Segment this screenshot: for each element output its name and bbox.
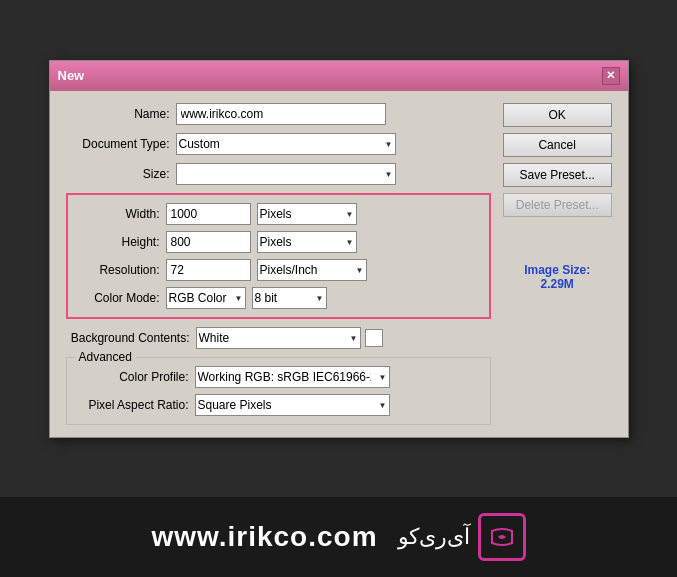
doctype-label: Document Type:: [66, 137, 176, 151]
logo-svg: [488, 523, 516, 551]
background-label: Background Contents:: [66, 331, 196, 345]
advanced-legend: Advanced: [75, 350, 136, 364]
bitdepth-select[interactable]: 8 bit 16 bit 32 bit: [252, 287, 327, 309]
resolution-input[interactable]: [166, 259, 251, 281]
background-select[interactable]: White Background Color Transparent: [196, 327, 361, 349]
dialog-left: Name: Document Type: Custom Default Phot…: [66, 103, 491, 425]
image-size-box: Image Size: 2.29M: [503, 263, 612, 291]
resolution-label: Resolution:: [76, 263, 166, 277]
resolution-unit-select[interactable]: Pixels/Inch Pixels/cm: [257, 259, 367, 281]
colormode-row: Color Mode: Bitmap Grayscale RGB Color C…: [76, 287, 481, 309]
size-row: Size:: [66, 163, 491, 185]
logo-icon: [478, 513, 526, 561]
resolution-row: Resolution: Pixels/Inch Pixels/cm: [76, 259, 481, 281]
dialog-content: Name: Document Type: Custom Default Phot…: [66, 103, 612, 425]
watermark-logo: آی‌ری‌کو: [398, 513, 526, 561]
background-color-swatch[interactable]: [365, 329, 383, 347]
width-unit-select[interactable]: Pixels Inches cm: [257, 203, 357, 225]
profile-row: Color Profile: Working RGB: sRGB IEC6196…: [75, 366, 482, 388]
height-input[interactable]: [166, 231, 251, 253]
watermark-url: www.irikco.com: [151, 521, 377, 553]
aspect-select[interactable]: Square Pixels D1/DV NTSC (0.91) D1/DV PA…: [195, 394, 390, 416]
bitdepth-select-wrapper: 8 bit 16 bit 32 bit: [252, 287, 327, 309]
colormode-select-wrapper: Bitmap Grayscale RGB Color CMYK Color La…: [166, 287, 246, 309]
aspect-label: Pixel Aspect Ratio:: [75, 398, 195, 412]
background-row: Background Contents: White Background Co…: [66, 327, 491, 349]
dialog-title: New: [58, 68, 85, 83]
dialog-body: Name: Document Type: Custom Default Phot…: [50, 91, 628, 437]
image-size-value: 2.29M: [503, 277, 612, 291]
name-label: Name:: [66, 107, 176, 121]
dialog-overlay: New ✕ Name: Document Type:: [0, 0, 677, 497]
height-row: Height: Pixels Inches cm: [76, 231, 481, 253]
advanced-section: Advanced Color Profile: Working RGB: sRG…: [66, 357, 491, 425]
dialog-titlebar: New ✕: [50, 61, 628, 91]
colormode-label: Color Mode:: [76, 291, 166, 305]
doctype-row: Document Type: Custom Default Photoshop …: [66, 133, 491, 155]
logo-arabic-text: آی‌ری‌کو: [398, 524, 470, 550]
new-document-dialog: New ✕ Name: Document Type:: [49, 60, 629, 438]
height-label: Height:: [76, 235, 166, 249]
height-unit-wrapper: Pixels Inches cm: [257, 231, 357, 253]
size-select-wrapper: [176, 163, 396, 185]
profile-select-wrapper: Working RGB: sRGB IEC61966-2.1 Don't Col…: [195, 366, 390, 388]
ok-button[interactable]: OK: [503, 103, 612, 127]
dialog-right: OK Cancel Save Preset... Delete Preset..…: [503, 103, 612, 425]
aspect-row: Pixel Aspect Ratio: Square Pixels D1/DV …: [75, 394, 482, 416]
doctype-select[interactable]: Custom Default Photoshop Size Letter Leg…: [176, 133, 396, 155]
watermark-bar: www.irikco.com آی‌ری‌کو: [0, 497, 677, 577]
profile-select[interactable]: Working RGB: sRGB IEC61966-2.1 Don't Col…: [195, 366, 390, 388]
aspect-select-wrapper: Square Pixels D1/DV NTSC (0.91) D1/DV PA…: [195, 394, 390, 416]
width-input[interactable]: [166, 203, 251, 225]
dimension-section: Width: Pixels Inches cm: [66, 193, 491, 319]
height-unit-select[interactable]: Pixels Inches cm: [257, 231, 357, 253]
delete-preset-button: Delete Preset...: [503, 193, 612, 217]
doctype-select-wrapper: Custom Default Photoshop Size Letter Leg…: [176, 133, 396, 155]
name-row: Name:: [66, 103, 491, 125]
cancel-button[interactable]: Cancel: [503, 133, 612, 157]
size-select[interactable]: [176, 163, 396, 185]
name-input[interactable]: [176, 103, 386, 125]
background-select-wrapper: White Background Color Transparent: [196, 327, 361, 349]
width-row: Width: Pixels Inches cm: [76, 203, 481, 225]
resolution-unit-wrapper: Pixels/Inch Pixels/cm: [257, 259, 367, 281]
width-label: Width:: [76, 207, 166, 221]
width-unit-wrapper: Pixels Inches cm: [257, 203, 357, 225]
colormode-select[interactable]: Bitmap Grayscale RGB Color CMYK Color La…: [166, 287, 246, 309]
profile-label: Color Profile:: [75, 370, 195, 384]
save-preset-button[interactable]: Save Preset...: [503, 163, 612, 187]
size-label: Size:: [66, 167, 176, 181]
image-size-label: Image Size:: [503, 263, 612, 277]
close-button[interactable]: ✕: [602, 67, 620, 85]
